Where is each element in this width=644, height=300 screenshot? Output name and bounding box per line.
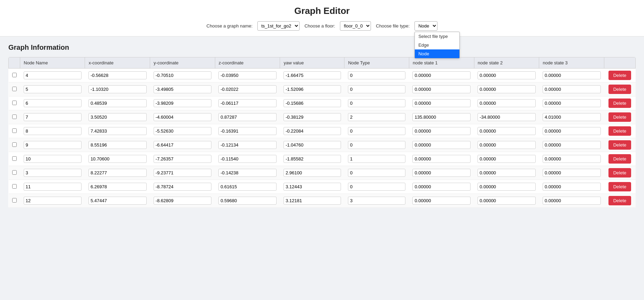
input-id-3[interactable]	[24, 113, 82, 121]
input-yaw-3[interactable]	[284, 113, 341, 121]
input-s3-8[interactable]	[543, 183, 601, 191]
input-id-4[interactable]	[24, 127, 82, 135]
input-s1-2[interactable]	[412, 99, 471, 107]
input-z-3[interactable]	[218, 113, 277, 121]
input-s1-6[interactable]	[412, 155, 471, 163]
input-s3-5[interactable]	[543, 141, 601, 149]
input-type-6[interactable]	[348, 155, 406, 163]
input-type-1[interactable]	[348, 85, 406, 93]
input-x-6[interactable]	[88, 155, 147, 163]
file-type-select[interactable]: Node	[414, 21, 437, 31]
input-yaw-0[interactable]	[284, 71, 341, 79]
input-s3-1[interactable]	[543, 85, 601, 93]
input-type-4[interactable]	[348, 127, 406, 135]
input-s2-6[interactable]	[478, 155, 536, 163]
row-checkbox-9[interactable]	[12, 198, 17, 203]
input-s3-3[interactable]	[543, 113, 601, 121]
row-checkbox-7[interactable]	[12, 170, 17, 175]
input-type-9[interactable]	[348, 197, 406, 205]
input-s2-5[interactable]	[478, 141, 536, 149]
input-id-9[interactable]	[24, 197, 82, 205]
input-x-4[interactable]	[88, 127, 147, 135]
input-y-0[interactable]	[154, 71, 212, 79]
delete-button-7[interactable]: Delete	[608, 168, 631, 177]
input-y-9[interactable]	[154, 197, 212, 205]
input-z-4[interactable]	[218, 127, 277, 135]
input-yaw-6[interactable]	[284, 155, 341, 163]
input-s3-7[interactable]	[543, 169, 601, 177]
input-y-4[interactable]	[154, 127, 212, 135]
input-y-7[interactable]	[154, 169, 212, 177]
input-x-2[interactable]	[88, 99, 147, 107]
input-x-0[interactable]	[88, 71, 147, 79]
delete-button-0[interactable]: Delete	[608, 71, 631, 80]
input-s2-7[interactable]	[478, 169, 536, 177]
input-x-9[interactable]	[88, 197, 147, 205]
input-type-0[interactable]	[348, 71, 406, 79]
input-s3-4[interactable]	[543, 127, 601, 135]
input-id-8[interactable]	[24, 183, 82, 191]
input-yaw-7[interactable]	[284, 169, 341, 177]
delete-button-8[interactable]: Delete	[608, 182, 631, 191]
input-z-6[interactable]	[218, 155, 277, 163]
input-s1-4[interactable]	[412, 127, 471, 135]
input-type-2[interactable]	[348, 99, 406, 107]
input-type-7[interactable]	[348, 169, 406, 177]
input-s1-1[interactable]	[412, 85, 471, 93]
input-x-8[interactable]	[88, 183, 147, 191]
input-y-1[interactable]	[154, 85, 212, 93]
input-type-3[interactable]	[348, 113, 406, 121]
input-id-5[interactable]	[24, 141, 82, 149]
input-x-5[interactable]	[88, 141, 147, 149]
input-z-7[interactable]	[218, 169, 277, 177]
input-z-1[interactable]	[218, 85, 277, 93]
row-checkbox-6[interactable]	[12, 156, 17, 161]
input-y-2[interactable]	[154, 99, 212, 107]
input-id-6[interactable]	[24, 155, 82, 163]
input-s1-3[interactable]	[412, 113, 471, 121]
input-yaw-9[interactable]	[284, 197, 341, 205]
input-s2-0[interactable]	[478, 71, 536, 79]
input-x-3[interactable]	[88, 113, 147, 121]
input-yaw-5[interactable]	[284, 141, 341, 149]
input-s2-1[interactable]	[478, 85, 536, 93]
row-checkbox-0[interactable]	[12, 73, 17, 77]
input-s2-3[interactable]	[478, 113, 536, 121]
input-x-1[interactable]	[88, 85, 147, 93]
input-id-7[interactable]	[24, 169, 82, 177]
row-checkbox-3[interactable]	[12, 115, 17, 119]
input-id-0[interactable]	[24, 71, 82, 79]
input-yaw-1[interactable]	[284, 85, 341, 93]
input-s3-0[interactable]	[543, 71, 601, 79]
graph-name-select[interactable]: ts_1st_for_go2	[257, 21, 300, 31]
input-id-2[interactable]	[24, 99, 82, 107]
input-type-8[interactable]	[348, 183, 406, 191]
input-s3-9[interactable]	[543, 197, 601, 205]
input-s1-7[interactable]	[412, 169, 471, 177]
input-id-1[interactable]	[24, 85, 82, 93]
input-yaw-8[interactable]	[284, 183, 341, 191]
input-y-5[interactable]	[154, 141, 212, 149]
input-z-0[interactable]	[218, 71, 277, 79]
input-s2-9[interactable]	[478, 197, 536, 205]
input-s1-0[interactable]	[412, 71, 471, 79]
dropdown-item-select[interactable]: Select file type	[415, 32, 459, 41]
input-s2-4[interactable]	[478, 127, 536, 135]
floor-select[interactable]: floor_0_0	[340, 21, 371, 31]
input-type-5[interactable]	[348, 141, 406, 149]
input-s3-2[interactable]	[543, 99, 601, 107]
input-yaw-4[interactable]	[284, 127, 341, 135]
input-z-5[interactable]	[218, 141, 277, 149]
input-yaw-2[interactable]	[284, 99, 341, 107]
input-y-3[interactable]	[154, 113, 212, 121]
row-checkbox-5[interactable]	[12, 142, 17, 147]
delete-button-3[interactable]: Delete	[608, 112, 631, 122]
input-z-8[interactable]	[218, 183, 277, 191]
input-z-2[interactable]	[218, 99, 277, 107]
delete-button-4[interactable]: Delete	[608, 126, 631, 136]
input-s2-2[interactable]	[478, 99, 536, 107]
delete-button-5[interactable]: Delete	[608, 140, 631, 150]
row-checkbox-4[interactable]	[12, 128, 17, 133]
dropdown-item-edge[interactable]: Edge	[415, 41, 459, 49]
delete-button-9[interactable]: Delete	[608, 196, 631, 205]
